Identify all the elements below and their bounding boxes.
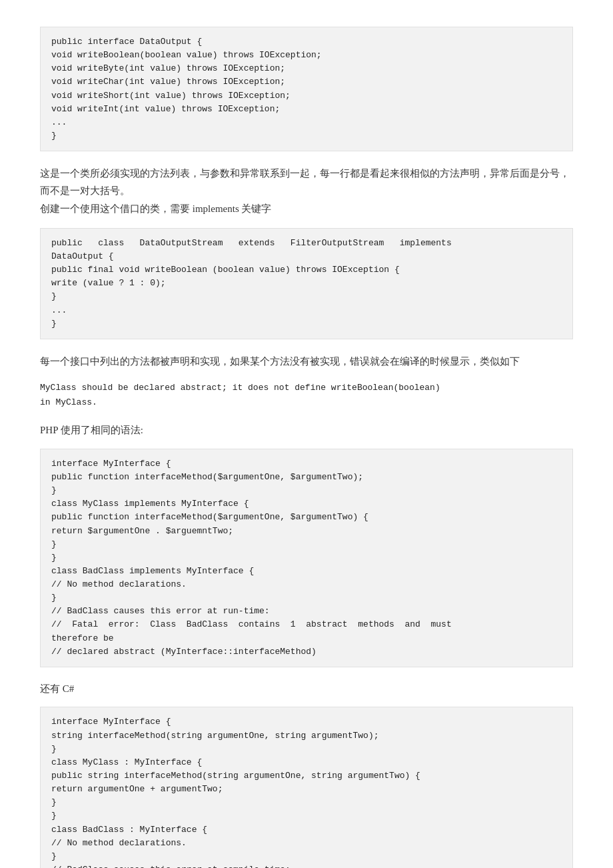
section-heading-5: PHP 使用了相同的语法: — [40, 422, 573, 439]
main-content: public interface DataOutput { void write… — [40, 27, 573, 868]
text-block-1: 这是一个类所必须实现的方法列表，与参数和异常联系到一起，每一行都是看起来很相似的… — [40, 165, 573, 217]
text-block-3: 每一个接口中列出的方法都被声明和实现，如果某个方法没有被实现，错误就会在编译的时… — [40, 353, 573, 370]
code-block-8: interface MyInterface { string interface… — [40, 707, 573, 868]
error-block-4: MyClass should be declared abstract; it … — [40, 381, 573, 410]
section-heading-7: 还有 C# — [40, 681, 573, 698]
code-block-6: interface MyInterface { public function … — [40, 449, 573, 667]
code-block-2: public class DataOutputStream extends Fi… — [40, 228, 573, 339]
code-block-0: public interface DataOutput { void write… — [40, 27, 573, 151]
